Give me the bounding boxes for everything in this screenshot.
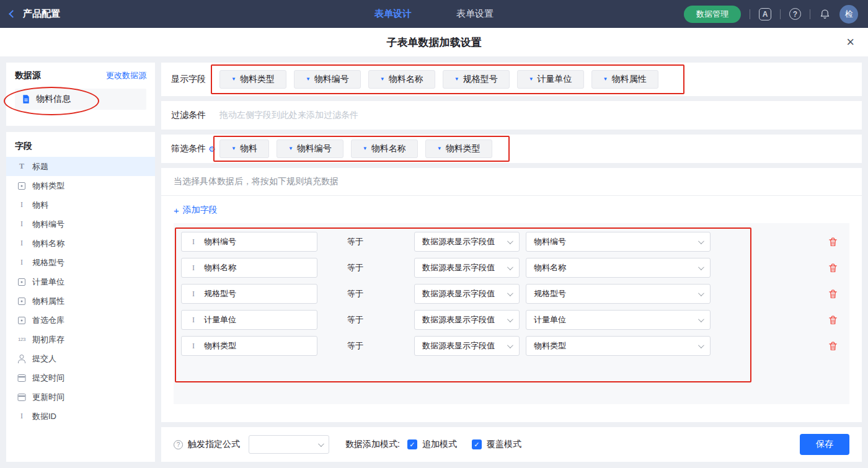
field-label: 物料编号 [32, 219, 64, 230]
chevron-down-icon [507, 264, 513, 270]
field-label: 计量单位 [32, 276, 64, 288]
sidebar-field-item[interactable]: I规格型号 [6, 253, 155, 272]
field-tag[interactable]: ▼物料名称 [368, 70, 435, 89]
rule-operator-label: 等于 [347, 262, 414, 273]
question-circle-icon[interactable]: ? [174, 440, 183, 449]
tab-form-settings[interactable]: 表单设置 [456, 8, 494, 20]
avatar[interactable]: 检 [839, 5, 858, 24]
mode-option[interactable]: ✓追加模式 [407, 439, 457, 450]
field-tag[interactable]: ▼物料类型 [425, 139, 492, 158]
field-label: 提交时间 [32, 373, 64, 384]
add-field-button[interactable]: + 添加字段 [161, 196, 230, 219]
text-field-icon: I [188, 341, 199, 351]
sidebar-field-item[interactable]: 提交人 [6, 349, 155, 368]
sidebar-field-item[interactable]: T标题 [6, 157, 155, 176]
mode-option-label: 追加模式 [422, 439, 457, 450]
dropdown-triangle-icon: ▼ [306, 77, 311, 82]
back-chevron-icon[interactable] [9, 10, 17, 18]
tab-form-design[interactable]: 表单设计 [374, 8, 412, 20]
document-icon [21, 94, 31, 104]
page-title[interactable]: 产品配置 [23, 8, 60, 20]
text-field-icon: I [188, 315, 199, 325]
gear-icon[interactable]: ⚙ [208, 145, 216, 153]
rule-value-select[interactable]: 规格型号 [526, 284, 711, 304]
filter-conditions-label: 过滤条件 [171, 110, 219, 121]
datasource-item[interactable]: 物料信息 [15, 89, 146, 110]
rule-source-select[interactable]: 数据源表显示字段值 [414, 310, 520, 330]
sidebar-field-item[interactable]: 物料类型 [6, 176, 155, 195]
rule-field-input[interactable]: I物料编号 [181, 232, 317, 252]
sidebar-field-item[interactable]: I数据ID [6, 407, 155, 426]
chevron-down-icon [698, 238, 704, 244]
dropdown-triangle-icon: ▼ [529, 77, 534, 82]
sidebar-field-item[interactable]: 物料属性 [6, 291, 155, 311]
field-tag[interactable]: ▼计量单位 [517, 70, 584, 89]
rule-value-select[interactable]: 物料类型 [526, 336, 711, 356]
rule-field-input[interactable]: I计量单位 [181, 310, 317, 330]
text-field-icon: I [16, 412, 27, 422]
sidebar-field-item[interactable]: 提交时间 [6, 368, 155, 387]
field-tag[interactable]: ▼规格型号 [443, 70, 510, 89]
data-manage-button[interactable]: 数据管理 [684, 6, 741, 23]
close-icon[interactable]: × [846, 35, 854, 49]
save-button[interactable]: 保存 [800, 434, 849, 455]
rule-source-value: 数据源表显示字段值 [422, 340, 495, 351]
rule-field-input[interactable]: I物料类型 [181, 336, 317, 356]
sidebar-field-item[interactable]: 首选仓库 [6, 311, 155, 330]
sidebar-field-item[interactable]: 123期初库存 [6, 330, 155, 349]
field-tag[interactable]: ▼物料名称 [351, 139, 418, 158]
delete-rule-trash-icon[interactable] [828, 341, 838, 351]
sidebar-field-item[interactable]: 更新时间 [6, 387, 155, 407]
help-icon[interactable]: ? [789, 8, 801, 20]
text-field-icon: I [16, 200, 27, 210]
tag-label: 物料编号 [314, 74, 349, 85]
rule-source-value: 数据源表显示字段值 [422, 236, 495, 247]
checkbox-checked-icon[interactable]: ✓ [472, 439, 482, 449]
rule-field-input[interactable]: I物料名称 [181, 258, 317, 278]
field-tag[interactable]: ▼物料属性 [591, 70, 658, 89]
trigger-formula-label: 触发指定公式 [188, 439, 240, 450]
text-field-icon: I [16, 219, 27, 229]
filter-dropzone-placeholder[interactable]: 拖动左侧字段到此处来添加过滤条件 [219, 110, 358, 121]
field-label: 提交人 [32, 353, 56, 364]
tag-label: 物料 [240, 143, 257, 154]
divider [780, 9, 781, 19]
field-label: 物料类型 [32, 180, 64, 192]
rule-value-select[interactable]: 计量单位 [526, 310, 711, 330]
sidebar-field-item[interactable]: I物料 [6, 195, 155, 214]
rule-value-select[interactable]: 物料编号 [526, 232, 711, 252]
delete-rule-trash-icon[interactable] [828, 237, 838, 247]
field-label: 数据ID [32, 411, 56, 422]
field-tag[interactable]: ▼物料类型 [219, 70, 286, 89]
language-icon[interactable]: A [759, 8, 771, 20]
rule-value-select[interactable]: 物料名称 [526, 258, 711, 278]
mode-checkboxes: ✓追加模式✓覆盖模式 [407, 439, 521, 450]
field-tag[interactable]: ▼物料 [219, 139, 269, 158]
mode-option[interactable]: ✓覆盖模式 [472, 439, 521, 450]
rule-field-input[interactable]: I规格型号 [181, 284, 317, 304]
text-field-icon: I [188, 263, 199, 273]
dropdown-triangle-icon: ▼ [231, 146, 236, 151]
field-tag[interactable]: ▼物料编号 [277, 139, 343, 158]
checkbox-checked-icon[interactable]: ✓ [407, 439, 417, 449]
rule-source-select[interactable]: 数据源表显示字段值 [414, 258, 520, 278]
delete-rule-trash-icon[interactable] [828, 289, 838, 299]
dropdown-triangle-icon: ▼ [380, 77, 385, 82]
select-field-icon [16, 296, 27, 306]
dropdown-triangle-icon: ▼ [437, 146, 442, 151]
sidebar-field-item[interactable]: 计量单位 [6, 272, 155, 291]
sidebar-field-item[interactable]: I物料编号 [6, 214, 155, 234]
field-tag[interactable]: ▼物料编号 [294, 70, 361, 89]
change-datasource-link[interactable]: 更改数据源 [106, 70, 146, 81]
rule-source-select[interactable]: 数据源表显示字段值 [414, 232, 520, 252]
notification-bell-icon[interactable] [819, 8, 831, 20]
sidebar-field-item[interactable]: I物料名称 [6, 234, 155, 253]
formula-select[interactable] [249, 435, 329, 454]
back-navigation[interactable]: 产品配置 [10, 8, 60, 20]
rule-field-label: 物料编号 [204, 236, 236, 247]
delete-rule-trash-icon[interactable] [828, 263, 838, 273]
mode-option-label: 覆盖模式 [487, 439, 521, 450]
delete-rule-trash-icon[interactable] [828, 315, 838, 325]
rule-source-select[interactable]: 数据源表显示字段值 [414, 284, 520, 304]
rule-source-select[interactable]: 数据源表显示字段值 [414, 336, 520, 356]
